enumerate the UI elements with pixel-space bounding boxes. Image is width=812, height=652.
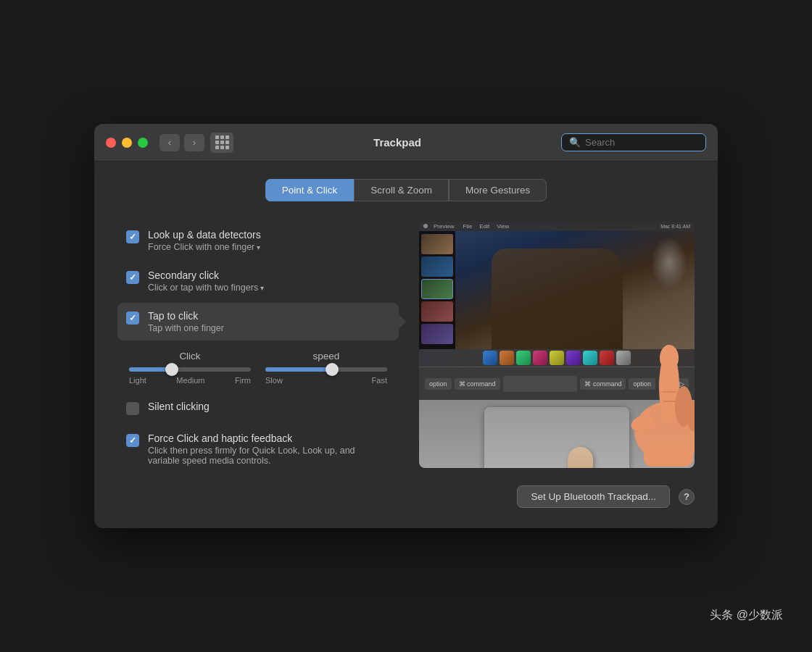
- tab-bar: Point & Click Scroll & Zoom More Gesture…: [117, 179, 695, 201]
- dropdown-arrow-icon: ▾: [260, 284, 264, 292]
- tick-fast: Fast: [372, 376, 387, 385]
- dock-icon-6: [566, 351, 581, 365]
- setting-text-force-click: Force Click and haptic feedback Click th…: [148, 432, 365, 466]
- main-panel: ✓ Look up & data detectors Force Click w…: [117, 222, 695, 508]
- key-space: [503, 376, 578, 392]
- checkbox-tap-to-click[interactable]: ✓: [126, 312, 139, 325]
- menu-dot: [423, 224, 428, 228]
- right-panel: Preview File Edit View Mac 8:41 AM: [419, 222, 695, 508]
- tab-scroll-zoom[interactable]: Scroll & Zoom: [354, 179, 449, 201]
- speed-slider-ticks: Slow Fast: [262, 376, 390, 385]
- checkbox-silent[interactable]: ✓: [126, 402, 139, 415]
- setting-row-lookup: ✓ Look up & data detectors Force Click w…: [117, 222, 399, 259]
- maximize-button[interactable]: [138, 138, 148, 148]
- click-label: Click: [126, 351, 254, 361]
- tick-firm: Firm: [235, 376, 251, 385]
- dock-icon-3: [516, 351, 531, 365]
- key-command-right: ⌘ command: [580, 378, 626, 390]
- dock-icon-5: [550, 351, 564, 365]
- speed-slider-thumb[interactable]: [326, 363, 339, 376]
- key-option-right: option: [629, 378, 655, 390]
- minimize-button[interactable]: [122, 138, 132, 148]
- checkmark-icon: ✓: [129, 313, 136, 323]
- speed-slider-track[interactable]: [265, 367, 387, 372]
- dock-icon-2: [500, 351, 514, 365]
- tick-medium: Medium: [176, 376, 204, 385]
- key-command-left: ⌘ command: [455, 378, 500, 390]
- content-area: Point & Click Scroll & Zoom More Gesture…: [94, 162, 718, 528]
- main-photo: [455, 231, 695, 349]
- mockup-content: [419, 231, 695, 349]
- checkbox-lookup[interactable]: ✓: [126, 230, 139, 243]
- checkbox-force-click[interactable]: ✓: [126, 434, 139, 447]
- dock-icon-7: [583, 351, 597, 365]
- tab-point-click[interactable]: Point & Click: [265, 179, 355, 201]
- click-slider-thumb[interactable]: [165, 363, 178, 376]
- checkbox-secondary-click[interactable]: ✓: [126, 271, 139, 284]
- window-title: Trackpad: [233, 136, 561, 149]
- screen-mockup: Preview File Edit View Mac 8:41 AM: [419, 222, 695, 367]
- setting-title-silent: Silent clicking: [148, 401, 210, 412]
- grid-button[interactable]: [210, 133, 233, 153]
- setting-text-secondary-click: Secondary click Click or tap with two fi…: [148, 269, 264, 293]
- dock-icon-4: [533, 351, 547, 365]
- mockup-dock: [419, 349, 695, 367]
- click-slider-col: Click Light Medium Firm: [126, 351, 254, 385]
- traffic-lights: [106, 138, 148, 148]
- preview-image: Preview File Edit View Mac 8:41 AM: [419, 222, 695, 468]
- search-box[interactable]: 🔍: [561, 133, 706, 151]
- thumb-5: [421, 324, 453, 344]
- dual-slider: Click Light Medium Firm speed: [126, 351, 390, 385]
- mockup-main-area: [455, 231, 695, 349]
- setting-row-tap-to-click: ✓ Tap to click Tap with one finger: [117, 303, 399, 340]
- setting-subtitle-secondary-click[interactable]: Click or tap with two fingers ▾: [148, 283, 264, 293]
- checkmark-icon: ✓: [129, 232, 136, 242]
- tick-slow: Slow: [265, 376, 283, 385]
- setting-row-force-click: ✓ Force Click and haptic feedback Click …: [117, 425, 399, 473]
- thumb-2: [421, 256, 453, 277]
- dock-icon-8: [600, 351, 614, 365]
- setting-title-tap-to-click: Tap to click: [148, 310, 224, 322]
- setting-subtitle-force-click: Click then press firmly for Quick Look, …: [148, 446, 365, 466]
- setting-text-silent: Silent clicking: [148, 401, 210, 412]
- thumb-1: [421, 234, 453, 254]
- search-icon: 🔍: [569, 137, 581, 148]
- speed-label: speed: [262, 351, 390, 361]
- setting-subtitle-lookup[interactable]: Force Click with one finger ▾: [148, 242, 261, 252]
- click-slider-track[interactable]: [129, 367, 251, 372]
- dock-icon-9: [616, 351, 631, 365]
- watermark: 头条 @少数派: [710, 608, 783, 623]
- trackpad-pad: [484, 407, 629, 468]
- preview-screen-top: Preview File Edit View Mac 8:41 AM: [419, 222, 695, 367]
- thumb-4: [421, 301, 453, 322]
- setting-subtitle-tap-to-click: Tap with one finger: [148, 323, 224, 333]
- titlebar: ‹ › Trackpad 🔍: [94, 124, 718, 162]
- checkmark-icon: ✓: [129, 272, 136, 283]
- bottom-settings: ✓ Silent clicking ✓ Force Click and hapt…: [117, 393, 399, 473]
- mockup-menubar: Preview File Edit View Mac 8:41 AM: [419, 222, 695, 231]
- mockup-sidebar: [419, 231, 455, 349]
- tick-light: Light: [129, 376, 146, 385]
- person-silhouette: [492, 248, 624, 349]
- tab-more-gestures[interactable]: More Gestures: [449, 179, 547, 201]
- dropdown-arrow-icon: ▾: [257, 243, 260, 251]
- setting-row-silent: ✓ Silent clicking: [117, 393, 399, 422]
- finger-icon: [568, 447, 593, 468]
- back-button[interactable]: ‹: [160, 134, 180, 151]
- click-slider-ticks: Light Medium Firm: [126, 376, 254, 385]
- trackpad-preview-area: [419, 400, 695, 468]
- setting-title-lookup: Look up & data detectors: [148, 229, 261, 241]
- help-button[interactable]: ?: [679, 489, 695, 505]
- smoke-effect: [651, 237, 687, 288]
- bluetooth-setup-button[interactable]: Set Up Bluetooth Trackpad...: [517, 485, 670, 508]
- file-menu: File: [463, 223, 472, 230]
- key-arrow-left: ◁: [658, 378, 672, 390]
- close-button[interactable]: [106, 138, 116, 148]
- mockup-keyboard: option ⌘ command ⌘ command option ◁ ▷: [419, 367, 695, 400]
- main-window: ‹ › Trackpad 🔍 Point & Click Scroll & Zo…: [94, 124, 718, 528]
- search-input[interactable]: [585, 137, 698, 148]
- checkmark-icon: ✓: [129, 435, 136, 446]
- setting-title-force-click: Force Click and haptic feedback: [148, 432, 365, 444]
- setting-text-tap-to-click: Tap to click Tap with one finger: [148, 310, 224, 333]
- forward-button[interactable]: ›: [184, 134, 204, 151]
